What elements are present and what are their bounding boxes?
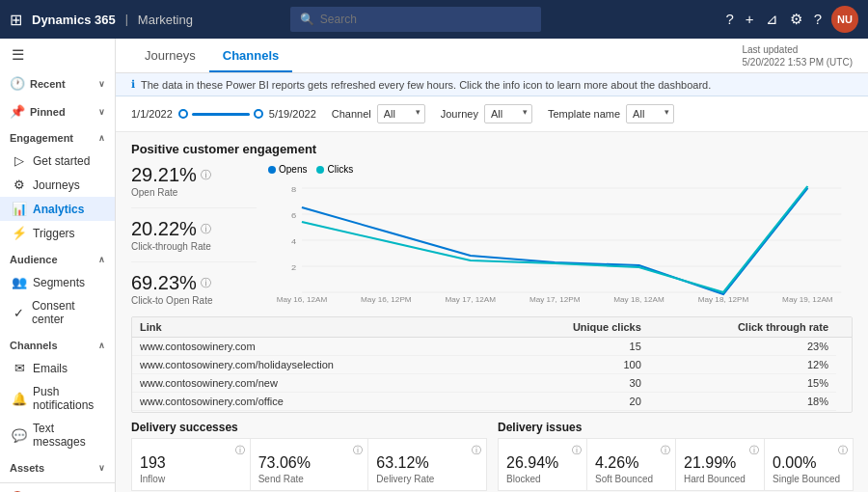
blocked-label: Blocked	[506, 474, 579, 484]
ctor-info-icon[interactable]: ⓘ	[201, 276, 211, 290]
sidebar-group-recent[interactable]: 🕐 Recent ∨	[0, 71, 115, 96]
question-icon[interactable]: ?	[726, 11, 734, 28]
add-icon[interactable]: +	[746, 11, 754, 28]
avatar[interactable]: NU	[831, 6, 858, 33]
template-select-wrap[interactable]: All	[626, 104, 674, 123]
journey-select-wrap[interactable]: All	[484, 104, 532, 123]
journey-select[interactable]: All	[484, 104, 532, 123]
metric-ctr: 20.22% ⓘ Click-through Rate	[131, 218, 257, 252]
table-row: www.contosowinery.com/office 20 18%	[132, 393, 852, 411]
pinned-chevron: ∨	[98, 107, 105, 117]
link-cell: www.contosowinery.com/holidayselection	[132, 356, 502, 374]
engagement-content: 29.21% ⓘ Open Rate 20.22% ⓘ Click-throug…	[131, 164, 853, 307]
table-scroll[interactable]: Link Unique clicks Click through rate ww…	[131, 316, 853, 413]
sidebar-push-label: Push notifications	[33, 385, 105, 412]
body-layout: ☰ 🕐 Recent ∨ 📌 Pinned ∨	[0, 39, 868, 492]
th-unique-clicks: Unique clicks	[502, 317, 649, 338]
sidebar-item-get-started[interactable]: ▷ Get started	[0, 149, 115, 173]
ctr-cell: 12%	[649, 356, 836, 374]
waffle-icon[interactable]: ⊞	[10, 11, 22, 29]
tab-channels[interactable]: Channels	[209, 41, 293, 72]
top-nav: ⊞ Dynamics 365 | Marketing 🔍 ? + ⊿ ⚙ ? N…	[0, 0, 868, 39]
sidebar: ☰ 🕐 Recent ∨ 📌 Pinned ∨	[0, 39, 116, 492]
ctr-cell: 17%	[649, 411, 836, 414]
link-cell: www.contosowinery.com/office	[132, 393, 502, 411]
del-card-delivery-rate: ⓘ 63.12% Delivery Rate	[367, 438, 487, 491]
last-updated-value: 5/20/2022 1:53 PM (UTC)	[743, 56, 854, 68]
opens-label: Opens	[279, 164, 307, 175]
channel-select[interactable]: All	[377, 104, 425, 123]
recent-chevron: ∨	[98, 79, 105, 89]
link-table: Link Unique clicks Click through rate ww…	[132, 317, 852, 413]
sidebar-group-channels[interactable]: Channels ∧	[0, 335, 115, 356]
sidebar-item-analytics[interactable]: 📊 Analytics	[0, 197, 115, 221]
ctr-cell: 23%	[649, 338, 836, 356]
slider-dot-left[interactable]	[178, 109, 188, 119]
delivery-rate-info-icon[interactable]: ⓘ	[472, 444, 481, 457]
filter-icon[interactable]: ⊿	[766, 11, 778, 28]
sidebar-bottom[interactable]: RM Real-time marketi... ⌃	[0, 482, 115, 492]
hard-bounced-value: 21.99%	[684, 454, 756, 472]
emails-icon: ✉	[12, 361, 27, 375]
delivery-success-title: Delivery successes	[131, 421, 486, 434]
sidebar-item-segments[interactable]: 👥 Segments	[0, 270, 115, 294]
sidebar-group-pinned[interactable]: 📌 Pinned ∨	[0, 99, 115, 123]
sms-icon: 💬	[12, 428, 27, 443]
sidebar-item-sms[interactable]: 💬 Text messages	[0, 417, 115, 453]
date-start: 1/1/2022	[131, 108, 173, 120]
sidebar-group-engagement[interactable]: Engagement ∧	[0, 127, 115, 149]
sidebar-group-assets[interactable]: Assets ∨	[0, 457, 115, 478]
clicks-cell: 80	[502, 411, 649, 414]
ctr-info-icon[interactable]: ⓘ	[201, 222, 211, 236]
sidebar-pinned-label: Pinned	[30, 106, 66, 118]
link-table-section: Link Unique clicks Click through rate ww…	[116, 316, 868, 421]
hard-bounced-info-icon[interactable]: ⓘ	[749, 444, 759, 457]
inflow-info-icon[interactable]: ⓘ	[235, 444, 245, 457]
pinned-icon: 📌	[10, 104, 25, 119]
triggers-icon: ⚡	[12, 226, 27, 240]
sidebar-item-triggers[interactable]: ⚡ Triggers	[0, 221, 115, 245]
del-card-soft-bounced: ⓘ 4.26% Soft Bounced	[586, 438, 676, 491]
template-select[interactable]: All	[626, 104, 674, 123]
line-chart: 8 6 4 2 May 16, 12AM May 16, 12PM May 17…	[268, 178, 853, 304]
audience-chevron: ∧	[98, 255, 105, 264]
tab-journeys[interactable]: Journeys	[131, 41, 209, 72]
date-slider[interactable]	[178, 109, 263, 119]
single-bounced-info-icon[interactable]: ⓘ	[838, 444, 848, 457]
send-rate-info-icon[interactable]: ⓘ	[353, 444, 363, 457]
slider-dot-right[interactable]	[254, 109, 263, 119]
template-filter-label: Template name	[548, 108, 620, 120]
svg-text:May 18, 12PM: May 18, 12PM	[698, 296, 749, 304]
delivery-success-cards: ⓘ 193 Inflow ⓘ 73.06% Send Rate ⓘ 63.12%…	[131, 438, 486, 491]
opens-dot	[268, 166, 276, 174]
svg-text:May 18, 12AM: May 18, 12AM	[613, 296, 665, 304]
channel-select-wrap[interactable]: All	[377, 104, 425, 123]
sidebar-item-push[interactable]: 🔔 Push notifications	[0, 380, 115, 417]
delivery-issues-group: Delivery issues ⓘ 26.94% Blocked ⓘ 4.26%…	[498, 421, 853, 491]
open-rate-info-icon[interactable]: ⓘ	[201, 168, 211, 182]
svg-text:May 17, 12PM: May 17, 12PM	[529, 296, 581, 304]
sidebar-item-consent[interactable]: ✓ Consent center	[0, 294, 115, 331]
sidebar-analytics-label: Analytics	[33, 203, 84, 216]
sidebar-group-audience[interactable]: Audience ∧	[0, 249, 115, 270]
inflow-label: Inflow	[140, 474, 242, 484]
del-card-single-bounced: ⓘ 0.00% Single Bounced	[764, 438, 854, 491]
search-input[interactable]	[320, 13, 513, 26]
sidebar-consent-label: Consent center	[32, 299, 105, 326]
slider-track[interactable]	[192, 113, 250, 116]
sidebar-item-emails[interactable]: ✉ Emails	[0, 356, 115, 380]
svg-text:May 16, 12PM: May 16, 12PM	[361, 296, 412, 304]
sidebar-hamburger[interactable]: ☰	[0, 39, 115, 71]
sidebar-item-journeys[interactable]: ⚙ Journeys	[0, 173, 115, 197]
inflow-value: 193	[140, 454, 242, 472]
blocked-info-icon[interactable]: ⓘ	[572, 444, 582, 457]
last-updated-label: Last updated	[743, 43, 854, 56]
info-icon: ℹ	[131, 78, 135, 91]
metric-ctr-header: 20.22% ⓘ	[131, 218, 257, 240]
help-icon[interactable]: ?	[814, 11, 822, 28]
single-bounced-value: 0.00%	[773, 454, 845, 472]
search-box[interactable]: 🔍	[290, 7, 541, 32]
settings-icon[interactable]: ⚙	[790, 11, 802, 28]
soft-bounced-info-icon[interactable]: ⓘ	[661, 444, 670, 457]
clicks-label: Clicks	[327, 164, 353, 175]
